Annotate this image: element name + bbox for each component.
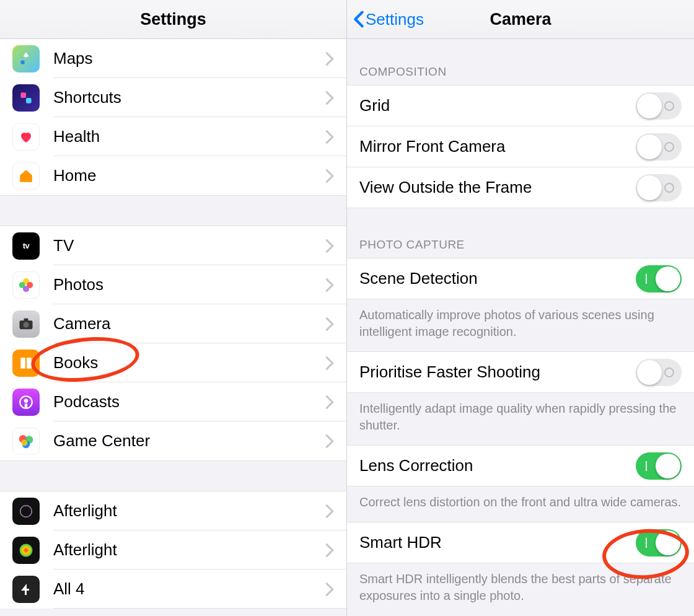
back-button[interactable]: Settings — [353, 0, 424, 38]
chevron-left-icon — [353, 11, 364, 28]
group-separator — [0, 460, 346, 491]
chevron-right-icon — [325, 395, 334, 409]
camera-title: Camera — [490, 10, 551, 29]
row-view-outside-frame[interactable]: View Outside the Frame — [347, 167, 694, 208]
camera-settings-panel: Settings Camera COMPOSITION Grid Mirror … — [347, 0, 694, 616]
row-afterlight-1[interactable]: Afterlight — [0, 491, 346, 530]
toggle-lens-correction[interactable] — [636, 452, 682, 480]
row-label: Maps — [53, 49, 325, 68]
svg-rect-2 — [26, 98, 32, 103]
svg-point-18 — [18, 503, 33, 519]
svg-point-0 — [20, 60, 25, 64]
footer-lens-correction: Correct lens distortion on the front and… — [347, 486, 694, 522]
chevron-right-icon — [325, 91, 334, 105]
row-label: Grid — [359, 96, 636, 115]
chevron-right-icon — [325, 543, 334, 557]
row-label: Mirror Front Camera — [359, 137, 636, 156]
shortcuts-icon — [12, 84, 40, 112]
camera-navbar: Settings Camera — [347, 0, 694, 39]
row-shortcuts[interactable]: Shortcuts — [0, 78, 346, 117]
chevron-right-icon — [325, 130, 334, 144]
chevron-right-icon — [325, 169, 334, 183]
toggle-mirror-front-camera[interactable] — [636, 133, 682, 161]
row-label: Camera — [53, 314, 325, 333]
section-header-photo-capture: PHOTO CAPTURE — [347, 208, 694, 258]
tv-icon: tv — [12, 232, 40, 260]
afterlight-icon — [12, 498, 40, 525]
svg-point-19 — [20, 543, 33, 557]
section-header-composition: COMPOSITION — [347, 39, 694, 85]
row-label: Afterlight — [53, 540, 325, 560]
settings-navbar: Settings — [0, 0, 346, 39]
row-all4[interactable]: All 4 — [0, 570, 346, 609]
gamecenter-icon — [12, 428, 40, 455]
chevron-right-icon — [325, 239, 334, 253]
row-camera[interactable]: Camera — [0, 304, 346, 343]
row-label: All 4 — [53, 579, 325, 599]
row-tv[interactable]: tv TV — [0, 226, 346, 265]
books-icon — [12, 350, 40, 377]
settings-group-0: Maps Shortcuts Health — [0, 39, 346, 195]
camera-icon — [12, 310, 40, 338]
row-label: Podcasts — [53, 392, 325, 411]
row-home[interactable]: Home — [0, 156, 346, 195]
svg-point-15 — [22, 439, 28, 446]
settings-group-1: tv TV Photos — [0, 226, 346, 460]
row-label: Smart HDR — [359, 533, 636, 552]
row-grid[interactable]: Grid — [347, 86, 694, 126]
row-prioritise-faster-shooting[interactable]: Prioritise Faster Shooting — [347, 352, 694, 393]
chevron-right-icon — [325, 356, 334, 370]
row-label: Scene Detection — [359, 269, 636, 288]
footer-faster-shooting: Intelligently adapt image quality when r… — [347, 393, 694, 445]
row-health[interactable]: Health — [0, 117, 346, 156]
toggle-scene-detection[interactable] — [636, 265, 682, 293]
photos-icon — [12, 271, 40, 299]
footer-scene-detection: Automatically improve photos of various … — [347, 299, 694, 351]
afterlight2-icon — [12, 537, 40, 564]
svg-point-8 — [23, 322, 29, 327]
settings-group-2: Afterlight Afterlight All 4 — [0, 491, 346, 609]
toggle-prioritise-faster-shooting[interactable] — [636, 359, 682, 386]
row-photos[interactable]: Photos — [0, 265, 346, 304]
back-label: Settings — [366, 10, 424, 29]
toggle-view-outside-frame[interactable] — [636, 174, 682, 201]
toggle-grid[interactable] — [636, 92, 682, 120]
group-separator — [0, 195, 346, 226]
row-label: Books — [53, 353, 325, 372]
row-label: Shortcuts — [53, 88, 325, 107]
row-label: Photos — [53, 275, 325, 294]
toggle-smart-hdr[interactable] — [636, 529, 682, 557]
maps-icon — [12, 45, 40, 73]
all4-icon — [12, 576, 40, 603]
chevron-right-icon — [325, 504, 334, 518]
chevron-right-icon — [325, 278, 334, 292]
chevron-right-icon — [325, 317, 334, 331]
health-icon — [12, 123, 40, 151]
row-smart-hdr[interactable]: Smart HDR — [347, 522, 694, 563]
svg-point-6 — [19, 282, 25, 288]
chevron-right-icon — [325, 434, 334, 448]
row-label: TV — [53, 236, 325, 255]
home-icon — [12, 162, 40, 190]
row-mirror-front-camera[interactable]: Mirror Front Camera — [347, 126, 694, 167]
row-scene-detection[interactable]: Scene Detection — [347, 258, 694, 299]
row-label: Game Center — [53, 431, 325, 451]
footer-smart-hdr: Smart HDR intelligently blends the best … — [347, 563, 694, 615]
chevron-right-icon — [325, 583, 334, 596]
row-label: Prioritise Faster Shooting — [359, 363, 636, 382]
settings-panel: Settings Maps Shortcuts — [0, 0, 347, 616]
row-gamecenter[interactable]: Game Center — [0, 421, 346, 460]
settings-list-scroll[interactable]: Maps Shortcuts Health — [0, 39, 346, 616]
row-label: Afterlight — [53, 501, 325, 521]
svg-point-11 — [24, 398, 29, 403]
row-afterlight-2[interactable]: Afterlight — [0, 530, 346, 570]
camera-settings-scroll[interactable]: COMPOSITION Grid Mirror Front Camera Vie… — [347, 39, 694, 616]
row-podcasts[interactable]: Podcasts — [0, 382, 346, 421]
row-books[interactable]: Books — [0, 343, 346, 382]
chevron-right-icon — [325, 52, 334, 66]
row-lens-correction[interactable]: Lens Correction — [347, 446, 694, 486]
row-label: Home — [53, 166, 325, 185]
row-maps[interactable]: Maps — [0, 39, 346, 78]
row-label: Lens Correction — [359, 456, 636, 475]
podcasts-icon — [12, 389, 40, 416]
